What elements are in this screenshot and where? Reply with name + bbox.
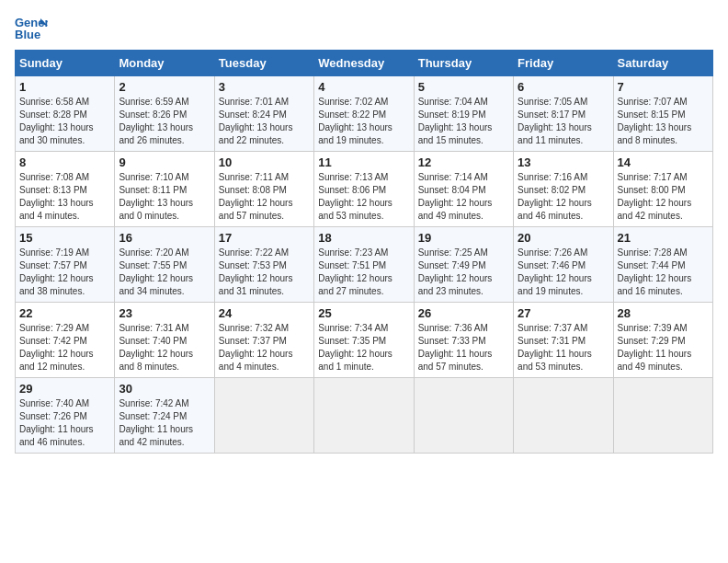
page-header: General Blue <box>15 15 713 40</box>
calendar-cell: 19Sunrise: 7:25 AMSunset: 7:49 PMDayligh… <box>414 227 513 303</box>
day-number: 19 <box>418 231 509 245</box>
day-number: 28 <box>618 306 709 320</box>
day-number: 24 <box>219 306 310 320</box>
calendar-cell: 3Sunrise: 7:01 AMSunset: 8:24 PMDaylight… <box>214 76 313 152</box>
day-detail: Sunrise: 7:29 AMSunset: 7:42 PMDaylight:… <box>19 322 110 373</box>
svg-text:Blue: Blue <box>15 28 40 40</box>
day-number: 21 <box>618 231 709 245</box>
day-number: 13 <box>518 155 609 169</box>
day-detail: Sunrise: 7:11 AMSunset: 8:08 PMDaylight:… <box>219 171 310 223</box>
day-number: 3 <box>219 80 310 94</box>
day-number: 17 <box>219 231 310 245</box>
day-detail: Sunrise: 7:13 AMSunset: 8:06 PMDaylight:… <box>318 171 409 223</box>
day-detail: Sunrise: 6:58 AMSunset: 8:28 PMDaylight:… <box>19 96 110 147</box>
day-number: 25 <box>318 306 409 320</box>
calendar-cell: 5Sunrise: 7:04 AMSunset: 8:19 PMDaylight… <box>414 76 513 152</box>
day-detail: Sunrise: 7:25 AMSunset: 7:49 PMDaylight:… <box>418 247 509 298</box>
weekday-header: Sunday <box>16 51 115 76</box>
weekday-header: Thursday <box>414 51 513 76</box>
day-number: 27 <box>518 306 609 320</box>
day-detail: Sunrise: 7:34 AMSunset: 7:35 PMDaylight:… <box>318 322 409 373</box>
calendar-cell: 11Sunrise: 7:13 AMSunset: 8:06 PMDayligh… <box>314 152 414 227</box>
calendar-header-row: SundayMondayTuesdayWednesdayThursdayFrid… <box>16 51 713 76</box>
day-detail: Sunrise: 7:26 AMSunset: 7:46 PMDaylight:… <box>518 247 609 298</box>
day-detail: Sunrise: 7:22 AMSunset: 7:53 PMDaylight:… <box>219 247 310 298</box>
day-number: 7 <box>618 80 709 94</box>
weekday-header: Friday <box>514 51 613 76</box>
weekday-header: Saturday <box>613 51 712 76</box>
day-detail: Sunrise: 7:37 AMSunset: 7:31 PMDaylight:… <box>518 322 609 373</box>
day-detail: Sunrise: 7:40 AMSunset: 7:26 PMDaylight:… <box>19 397 110 449</box>
day-number: 16 <box>119 231 210 245</box>
calendar-cell: 4Sunrise: 7:02 AMSunset: 8:22 PMDaylight… <box>314 76 414 152</box>
day-number: 12 <box>418 155 509 169</box>
calendar-cell: 17Sunrise: 7:22 AMSunset: 7:53 PMDayligh… <box>214 227 313 303</box>
day-detail: Sunrise: 7:36 AMSunset: 7:33 PMDaylight:… <box>418 322 509 373</box>
day-detail: Sunrise: 7:01 AMSunset: 8:24 PMDaylight:… <box>219 96 310 147</box>
calendar-cell <box>314 378 414 454</box>
calendar-cell: 12Sunrise: 7:14 AMSunset: 8:04 PMDayligh… <box>414 152 513 227</box>
calendar-cell: 10Sunrise: 7:11 AMSunset: 8:08 PMDayligh… <box>214 152 313 227</box>
day-number: 20 <box>518 231 609 245</box>
weekday-header: Tuesday <box>214 51 313 76</box>
calendar-week-row: 22Sunrise: 7:29 AMSunset: 7:42 PMDayligh… <box>16 303 713 378</box>
day-detail: Sunrise: 7:08 AMSunset: 8:13 PMDaylight:… <box>19 171 110 223</box>
day-number: 30 <box>119 382 210 396</box>
calendar-cell: 21Sunrise: 7:28 AMSunset: 7:44 PMDayligh… <box>613 227 712 303</box>
calendar-cell: 14Sunrise: 7:17 AMSunset: 8:00 PMDayligh… <box>613 152 712 227</box>
day-detail: Sunrise: 7:07 AMSunset: 8:15 PMDaylight:… <box>618 96 709 147</box>
day-detail: Sunrise: 7:05 AMSunset: 8:17 PMDaylight:… <box>518 96 609 147</box>
day-number: 8 <box>19 155 110 169</box>
calendar-cell: 2Sunrise: 6:59 AMSunset: 8:26 PMDaylight… <box>115 76 214 152</box>
day-number: 6 <box>518 80 609 94</box>
calendar-cell <box>613 378 712 454</box>
calendar-cell: 28Sunrise: 7:39 AMSunset: 7:29 PMDayligh… <box>613 303 712 378</box>
calendar-cell <box>514 378 613 454</box>
day-detail: Sunrise: 7:02 AMSunset: 8:22 PMDaylight:… <box>318 96 409 147</box>
weekday-header: Monday <box>115 51 214 76</box>
day-detail: Sunrise: 7:39 AMSunset: 7:29 PMDaylight:… <box>618 322 709 373</box>
day-number: 2 <box>119 80 210 94</box>
calendar-cell: 24Sunrise: 7:32 AMSunset: 7:37 PMDayligh… <box>214 303 313 378</box>
logo: General Blue <box>15 15 48 40</box>
calendar-cell: 9Sunrise: 7:10 AMSunset: 8:11 PMDaylight… <box>115 152 214 227</box>
calendar-week-row: 8Sunrise: 7:08 AMSunset: 8:13 PMDaylight… <box>16 152 713 227</box>
day-number: 5 <box>418 80 509 94</box>
day-detail: Sunrise: 7:20 AMSunset: 7:55 PMDaylight:… <box>119 247 210 298</box>
calendar-cell: 13Sunrise: 7:16 AMSunset: 8:02 PMDayligh… <box>514 152 613 227</box>
calendar-cell: 1Sunrise: 6:58 AMSunset: 8:28 PMDaylight… <box>16 76 115 152</box>
day-number: 15 <box>19 231 110 245</box>
calendar-cell: 8Sunrise: 7:08 AMSunset: 8:13 PMDaylight… <box>16 152 115 227</box>
day-number: 23 <box>119 306 210 320</box>
calendar-cell: 30Sunrise: 7:42 AMSunset: 7:24 PMDayligh… <box>115 378 214 454</box>
calendar-cell: 27Sunrise: 7:37 AMSunset: 7:31 PMDayligh… <box>514 303 613 378</box>
logo-icon: General Blue <box>15 15 48 40</box>
calendar-week-row: 1Sunrise: 6:58 AMSunset: 8:28 PMDaylight… <box>16 76 713 152</box>
calendar-cell: 25Sunrise: 7:34 AMSunset: 7:35 PMDayligh… <box>314 303 414 378</box>
calendar-cell: 7Sunrise: 7:07 AMSunset: 8:15 PMDaylight… <box>613 76 712 152</box>
day-detail: Sunrise: 7:10 AMSunset: 8:11 PMDaylight:… <box>119 171 210 223</box>
day-detail: Sunrise: 6:59 AMSunset: 8:26 PMDaylight:… <box>119 96 210 147</box>
day-number: 26 <box>418 306 509 320</box>
calendar-cell: 20Sunrise: 7:26 AMSunset: 7:46 PMDayligh… <box>514 227 613 303</box>
day-detail: Sunrise: 7:31 AMSunset: 7:40 PMDaylight:… <box>119 322 210 373</box>
day-number: 18 <box>318 231 409 245</box>
day-detail: Sunrise: 7:04 AMSunset: 8:19 PMDaylight:… <box>418 96 509 147</box>
calendar-cell <box>414 378 513 454</box>
calendar-cell: 22Sunrise: 7:29 AMSunset: 7:42 PMDayligh… <box>16 303 115 378</box>
day-number: 14 <box>618 155 709 169</box>
day-detail: Sunrise: 7:23 AMSunset: 7:51 PMDaylight:… <box>318 247 409 298</box>
calendar-table: SundayMondayTuesdayWednesdayThursdayFrid… <box>15 50 713 454</box>
calendar-cell: 23Sunrise: 7:31 AMSunset: 7:40 PMDayligh… <box>115 303 214 378</box>
day-detail: Sunrise: 7:42 AMSunset: 7:24 PMDaylight:… <box>119 397 210 449</box>
calendar-cell: 6Sunrise: 7:05 AMSunset: 8:17 PMDaylight… <box>514 76 613 152</box>
day-detail: Sunrise: 7:16 AMSunset: 8:02 PMDaylight:… <box>518 171 609 223</box>
calendar-cell: 26Sunrise: 7:36 AMSunset: 7:33 PMDayligh… <box>414 303 513 378</box>
calendar-cell: 18Sunrise: 7:23 AMSunset: 7:51 PMDayligh… <box>314 227 414 303</box>
day-detail: Sunrise: 7:32 AMSunset: 7:37 PMDaylight:… <box>219 322 310 373</box>
day-number: 10 <box>219 155 310 169</box>
day-detail: Sunrise: 7:14 AMSunset: 8:04 PMDaylight:… <box>418 171 509 223</box>
calendar-cell: 15Sunrise: 7:19 AMSunset: 7:57 PMDayligh… <box>16 227 115 303</box>
calendar-body: 1Sunrise: 6:58 AMSunset: 8:28 PMDaylight… <box>16 76 713 454</box>
day-detail: Sunrise: 7:28 AMSunset: 7:44 PMDaylight:… <box>618 247 709 298</box>
